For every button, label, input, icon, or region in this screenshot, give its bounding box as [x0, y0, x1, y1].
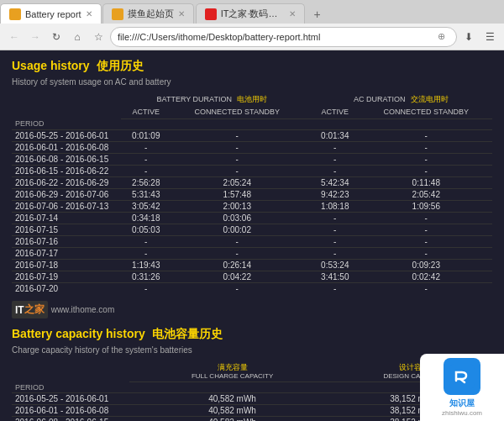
cell-ac-standby: -: [360, 248, 492, 260]
usage-table-row: 2016-07-19 0:31:26 0:04:22 3:41:50 0:02:…: [12, 271, 492, 283]
cell-bat-standby: 0:00:02: [171, 224, 303, 236]
nav-extra: ⬇ ☰: [459, 28, 499, 46]
cell-period: 2016-07-14: [12, 213, 121, 224]
cell-full-charge: 40,582 mWh: [129, 404, 335, 416]
cell-bat-active: 0:31:26: [121, 271, 171, 283]
cell-period: 2016-07-15: [12, 224, 121, 236]
cell-bat-standby: 2:05:24: [171, 177, 303, 189]
address-bar[interactable]: file:///C:/Users/ithome/Desktop/battery-…: [110, 27, 457, 47]
cell-ac-standby: 0:09:23: [360, 260, 492, 271]
cell-full-charge: 40,582 mWh: [129, 392, 335, 404]
cell-bat-standby: 0:26:14: [171, 260, 303, 271]
cell-bat-active: 5:31:43: [121, 189, 171, 201]
cell-ac-standby: 2:05:42: [360, 189, 492, 201]
col-period-label: PERIOD: [12, 118, 121, 130]
cell-bat-active: 0:34:18: [121, 213, 171, 224]
usage-table-row: 2016-06-08 - 2016-06-15 - - - -: [12, 154, 492, 166]
cell-bat-standby: 2:00:13: [171, 201, 303, 213]
cell-bat-standby: -: [171, 283, 303, 295]
ac-duration-header: AC DURATION 交流电用时: [310, 93, 492, 106]
usage-history-title: Usage history: [12, 59, 90, 72]
usage-table-row: 2016-06-22 - 2016-06-29 2:56:28 2:05:24 …: [12, 177, 492, 189]
usage-table-row: 2016-07-16 - - - -: [12, 236, 492, 248]
nav-bar: ← → ↻ ⌂ ☆ file:///C:/Users/ithome/Deskto…: [0, 24, 504, 50]
tab-close-2[interactable]: ✕: [289, 9, 296, 18]
forward-button[interactable]: →: [26, 28, 45, 46]
cell-period: 2016-07-20: [12, 283, 121, 295]
cell-period: 2016-07-17: [12, 248, 121, 260]
tab-moyu[interactable]: 摸鱼起始页 ✕: [102, 3, 194, 24]
usage-table-body: 2016-05-25 - 2016-06-01 0:01:09 - 0:01:3…: [12, 130, 492, 295]
cell-bat-standby: -: [171, 166, 303, 177]
cell-ac-standby: -: [360, 213, 492, 224]
ithome-url: www.ithome.com: [51, 305, 115, 314]
cell-cap-period: 2016-06-01 - 2016-06-08: [12, 404, 129, 416]
cell-bat-standby: -: [171, 236, 303, 248]
tab-battery-report[interactable]: Battery report ✕: [0, 3, 102, 24]
tab-close-0[interactable]: ✕: [86, 9, 92, 18]
cell-period: 2016-05-25 - 2016-06-01: [12, 130, 121, 142]
zhishiwu-icon: [444, 358, 480, 395]
home-button[interactable]: ⌂: [68, 28, 87, 46]
ithome-watermark: IT 之家 www.ithome.com: [12, 301, 492, 318]
tab-label-2: IT之家·数码，科技，生活...: [221, 8, 285, 20]
tab-bar: Battery report ✕ 摸鱼起始页 ✕ IT之家·数码，科技，生活..…: [0, 0, 504, 24]
cell-ac-active: -: [310, 236, 360, 248]
menu-button[interactable]: ☰: [480, 28, 499, 46]
cell-bat-active: 1:19:43: [121, 260, 171, 271]
cell-ac-standby: -: [360, 236, 492, 248]
usage-table-row: 2016-07-06 - 2016-07-13 3:05:42 2:00:13 …: [12, 201, 492, 213]
cell-ac-standby: -: [360, 166, 492, 177]
cell-ac-standby: 0:11:48: [360, 177, 492, 189]
cell-ac-active: -: [310, 166, 360, 177]
zhishiwu-label: 知识屋: [449, 397, 475, 409]
reload-button[interactable]: ↻: [47, 28, 66, 46]
back-button[interactable]: ←: [5, 28, 24, 46]
cell-ac-active: -: [310, 224, 360, 236]
tab-favicon-0: [9, 8, 21, 20]
usage-history-subtitle: History of system usage on AC and batter…: [12, 77, 492, 87]
usage-table-row: 2016-07-15 0:05:03 0:00:02 - -: [12, 224, 492, 236]
cell-bat-active: 0:05:03: [121, 224, 171, 236]
cell-bat-active: -: [121, 166, 171, 177]
cell-cap-period: 2016-06-08 - 2016-06-15: [12, 416, 129, 421]
tab-favicon-1: [112, 8, 123, 20]
ithome-zh-text: 之家: [24, 303, 45, 317]
cell-full-charge: 40,582 mWh: [129, 416, 335, 421]
svg-rect-0: [449, 364, 475, 389]
battery-duration-header: BATTERY DURATION 电池用时: [121, 93, 303, 106]
tab-label-0: Battery report: [25, 9, 81, 19]
cell-ac-active: -: [310, 248, 360, 260]
cell-bat-active: -: [121, 236, 171, 248]
tab-close-1[interactable]: ✕: [178, 9, 185, 18]
cap-period-spacer: [12, 361, 129, 382]
cell-ac-active: -: [310, 154, 360, 166]
usage-table-row: 2016-06-15 - 2016-06-22 - - - -: [12, 166, 492, 177]
cell-period: 2016-07-06 - 2016-07-13: [12, 201, 121, 213]
cell-ac-standby: -: [360, 142, 492, 154]
usage-table: BATTERY DURATION 电池用时 AC DURATION 交流电用时 …: [12, 93, 492, 294]
cell-bat-standby: 0:03:06: [171, 213, 303, 224]
usage-table-row: 2016-07-14 0:34:18 0:03:06 - -: [12, 213, 492, 224]
new-tab-button[interactable]: +: [308, 5, 327, 24]
cell-ac-standby: -: [360, 130, 492, 142]
col-bat-standby-header: CONNECTED STANDBY: [171, 106, 303, 118]
cell-cap-period: 2016-05-25 - 2016-06-01: [12, 392, 129, 404]
col-bat-active-header: ACTIVE: [121, 106, 171, 118]
cell-ac-active: 5:42:34: [310, 177, 360, 189]
bookmarks-button[interactable]: ☆: [89, 28, 108, 46]
usage-table-row: 2016-07-20 - - - -: [12, 283, 492, 295]
download-button[interactable]: ⬇: [459, 28, 478, 46]
usage-history-title-cn: 使用历史: [97, 59, 144, 74]
cell-ac-standby: -: [360, 224, 492, 236]
ithome-it-text: IT: [15, 304, 24, 316]
outer-container: Battery report ✕ 摸鱼起始页 ✕ IT之家·数码，科技，生活..…: [0, 0, 504, 421]
col-ac-standby-header: CONNECTED STANDBY: [360, 106, 492, 118]
cell-bat-active: 3:05:42: [121, 201, 171, 213]
cell-ac-active: 1:08:18: [310, 201, 360, 213]
tab-ithome[interactable]: IT之家·数码，科技，生活... ✕: [196, 3, 305, 24]
cell-ac-active: 0:53:24: [310, 260, 360, 271]
cell-period: 2016-07-16: [12, 236, 121, 248]
cell-period: 2016-06-08 - 2016-06-15: [12, 154, 121, 166]
zhishiwu-domain: zhishiwu.com: [442, 409, 482, 417]
